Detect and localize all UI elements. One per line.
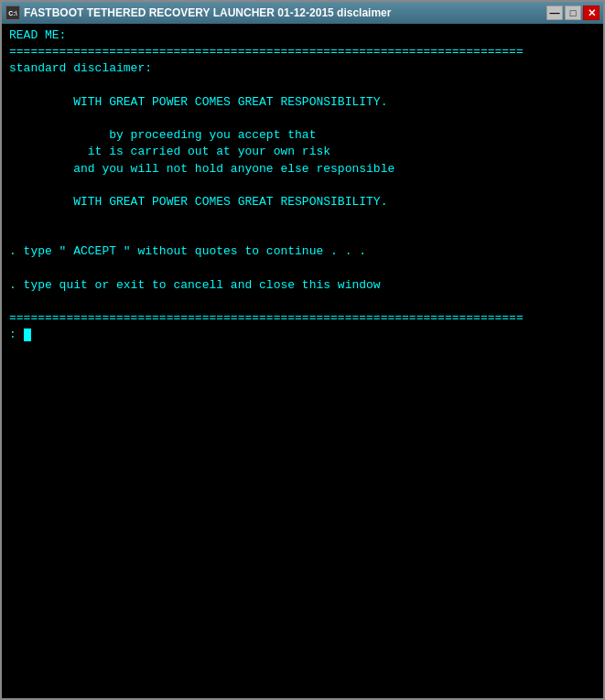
minimize-button[interactable]: — bbox=[546, 5, 563, 20]
terminal-cursor bbox=[24, 328, 31, 341]
title-bar: C:\ FASTBOOT TETHERED RECOVERY LAUNCHER … bbox=[2, 2, 603, 24]
main-window: C:\ FASTBOOT TETHERED RECOVERY LAUNCHER … bbox=[0, 0, 605, 700]
terminal-prompt: : bbox=[9, 328, 24, 341]
close-button[interactable]: ✕ bbox=[583, 5, 600, 20]
title-bar-buttons: — □ ✕ bbox=[546, 5, 600, 20]
title-bar-left: C:\ FASTBOOT TETHERED RECOVERY LAUNCHER … bbox=[5, 5, 391, 20]
icon-label: C:\ bbox=[8, 10, 16, 16]
terminal-area[interactable]: READ ME: ===============================… bbox=[2, 24, 603, 698]
terminal-output: READ ME: ===============================… bbox=[9, 27, 596, 344]
maximize-button[interactable]: □ bbox=[565, 5, 581, 20]
window-icon: C:\ bbox=[5, 5, 20, 20]
window-title: FASTBOOT TETHERED RECOVERY LAUNCHER 01-1… bbox=[24, 6, 391, 19]
